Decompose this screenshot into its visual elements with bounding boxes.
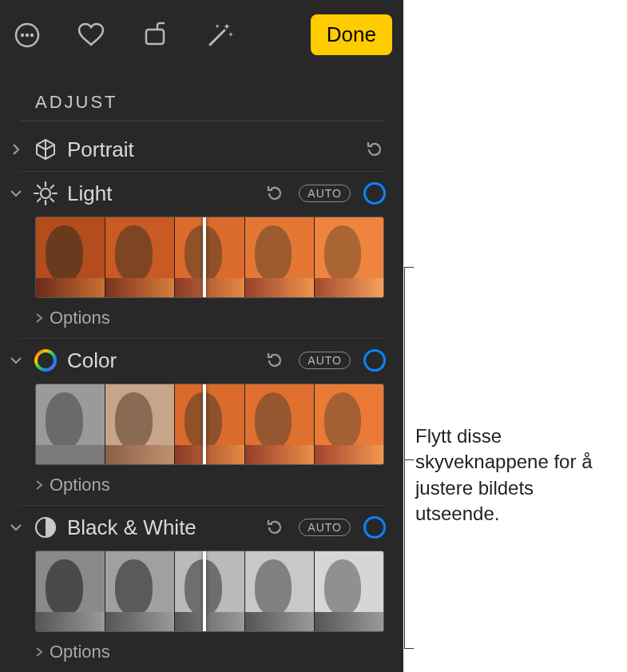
status-ring-icon[interactable] [363,182,386,205]
chevron-right-icon [35,312,43,324]
auto-button[interactable]: AUTO [299,185,351,202]
thumb [105,217,174,297]
status-ring-icon[interactable] [363,349,386,372]
svg-rect-4 [146,30,164,44]
thumb [244,217,314,297]
light-label: Light [67,181,256,206]
thumb [314,384,383,464]
svg-line-10 [38,185,41,189]
thumb [314,217,383,297]
thumb [244,384,314,464]
thumb [314,551,383,631]
bw-label: Black & White [67,515,256,540]
callout-tick [404,459,414,460]
thumb [174,551,244,631]
thumb [105,551,174,631]
color-options-row[interactable]: Options [0,470,403,505]
thumb [36,384,105,464]
options-label: Options [50,308,110,328]
chevron-down-icon [8,356,24,365]
chevron-right-icon [8,143,24,156]
bw-options-row[interactable]: Options [0,637,403,672]
svg-line-11 [51,199,54,202]
callout-text: Flytt disse skyveknappene for å justere … [415,423,615,527]
thumb [174,384,244,464]
cube-icon [32,136,59,163]
sun-icon [32,180,59,207]
reset-icon[interactable] [264,349,286,372]
crop-icon[interactable] [139,19,171,51]
reset-icon[interactable] [264,516,286,539]
callout: Flytt disse skyveknappene for å justere … [415,423,615,527]
favorite-icon[interactable] [75,19,107,51]
section-title: ADJUST [0,70,403,117]
status-ring-icon[interactable] [363,516,386,539]
bw-slider[interactable] [35,551,384,632]
callout-bracket [404,267,405,649]
svg-point-14 [36,351,55,370]
divider [19,121,384,121]
auto-button[interactable]: AUTO [299,519,351,536]
more-icon[interactable] [11,19,43,51]
auto-button[interactable]: AUTO [299,352,351,369]
color-wheel-icon [32,347,59,374]
chevron-down-icon [8,523,24,532]
chevron-right-icon [35,479,43,491]
enhance-wand-icon[interactable] [203,19,235,51]
light-slider[interactable] [35,217,384,298]
toolbar: Done [0,0,403,70]
color-row[interactable]: Color AUTO [0,339,403,382]
portrait-label: Portrait [67,137,355,162]
adjust-panel: Done ADJUST Portrait Light AUTO [0,0,403,672]
light-row[interactable]: Light AUTO [0,172,403,215]
slider-handle[interactable] [203,217,206,298]
slider-handle[interactable] [203,551,206,632]
options-label: Options [50,475,110,495]
svg-line-13 [51,185,54,189]
svg-point-2 [26,33,29,36]
thumb [36,217,105,297]
done-button[interactable]: Done [311,14,392,55]
bw-row[interactable]: Black & White AUTO [0,506,403,549]
color-slider[interactable] [35,384,384,465]
half-circle-icon [32,514,59,541]
reset-icon[interactable] [264,182,286,205]
thumb [174,217,244,297]
callout-tick [404,267,414,268]
thumb [244,551,314,631]
color-label: Color [67,348,256,373]
svg-line-12 [38,199,41,202]
svg-point-1 [21,33,24,36]
callout-tick [404,648,414,649]
svg-point-5 [41,189,50,198]
portrait-row[interactable]: Portrait [0,128,403,171]
slider-handle[interactable] [203,384,206,465]
reset-icon[interactable] [363,138,386,161]
light-options-row[interactable]: Options [0,303,403,338]
chevron-right-icon [35,646,43,658]
options-label: Options [50,642,110,662]
chevron-down-icon [8,189,24,198]
svg-point-3 [30,33,34,36]
thumb [105,384,174,464]
thumb [36,551,105,631]
